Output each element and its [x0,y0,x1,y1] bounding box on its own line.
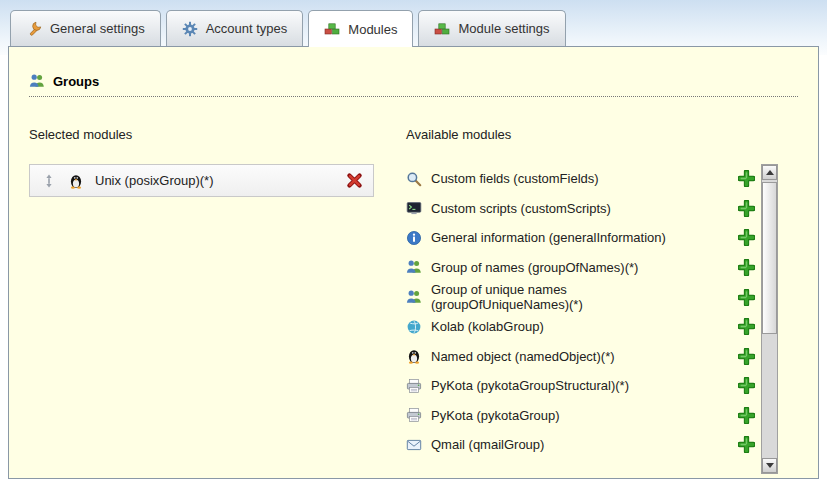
available-module-row: Qmail (qmailGroup) [406,430,755,460]
available-modules-list: Custom fields (customFields) Custom scri… [406,164,755,474]
available-module-row: Custom scripts (customScripts) [406,194,755,224]
lam-configuration-page: General settings Account types Modules M… [0,0,827,486]
group-icon [406,259,422,275]
available-module-label: Group of unique names (groupOfUniqueName… [431,282,703,312]
plus-icon [738,377,755,394]
modules-icon [324,21,340,37]
plus-icon [738,407,755,424]
modules-panel: Groups Selected modules Unix (posixGroup… [8,46,819,479]
mail-icon [406,437,422,453]
printer-icon [406,378,422,394]
section-title: Groups [29,73,798,97]
available-modules-list-wrap: Custom fields (customFields) Custom scri… [406,164,798,474]
triangle-down-icon [766,463,774,468]
add-module-button[interactable] [738,229,755,246]
add-module-button[interactable] [738,348,755,365]
available-module-row: General information (generalInformation) [406,223,755,253]
drag-handle-icon[interactable] [40,172,57,189]
plus-icon [738,318,755,335]
available-modules-heading: Available modules [406,127,798,142]
modules-icon [434,21,450,37]
tab-account-types[interactable]: Account types [166,10,304,46]
section-title-text: Groups [53,74,99,89]
add-module-button[interactable] [738,170,755,187]
available-module-label: PyKota (pykotaGroup) [431,408,703,423]
plus-icon [738,170,755,187]
tab-label: Module settings [458,21,549,36]
scrollbar-thumb[interactable] [762,182,777,334]
available-module-row: Named object (namedObject)(*) [406,342,755,372]
tab-modules[interactable]: Modules [308,10,413,47]
tab-general-settings[interactable]: General settings [10,10,161,46]
kolab-icon [406,319,422,335]
selected-modules-column: Selected modules Unix (posixGroup)(*) [29,127,406,474]
tab-label: General settings [50,21,145,36]
selected-modules-heading: Selected modules [29,127,406,142]
tab-label: Account types [206,21,288,36]
gear-icon [182,21,198,37]
available-module-label: PyKota (pykotaGroupStructural)(*) [431,378,703,393]
tab-label: Modules [348,22,397,37]
selected-module-row[interactable]: Unix (posixGroup)(*) [29,164,374,197]
plus-icon [738,259,755,276]
delete-x-icon [346,172,363,189]
available-module-row: PyKota (pykotaGroupStructural)(*) [406,371,755,401]
plus-icon [738,289,755,306]
add-module-button[interactable] [738,436,755,453]
scroll-up-button[interactable] [762,165,777,180]
magnifier-icon [406,171,422,187]
available-module-label: Custom fields (customFields) [431,171,703,186]
available-module-row: Kolab (kolabGroup) [406,312,755,342]
add-module-button[interactable] [738,318,755,335]
plus-icon [738,200,755,217]
plus-icon [738,348,755,365]
available-module-label: Named object (namedObject)(*) [431,349,703,364]
available-module-row: PyKota (pykotaGroup) [406,401,755,431]
available-module-label: Kolab (kolabGroup) [431,319,703,334]
available-module-label: General information (generalInformation) [431,230,703,245]
available-modules-column: Available modules Custom fields (customF… [406,127,798,474]
scrollbar[interactable] [761,164,778,474]
available-module-label: Custom scripts (customScripts) [431,201,703,216]
add-module-button[interactable] [738,377,755,394]
add-module-button[interactable] [738,289,755,306]
tux-icon [406,348,422,364]
plus-icon [738,229,755,246]
available-module-row: Group of unique names (groupOfUniqueName… [406,282,755,312]
add-module-button[interactable] [738,259,755,276]
module-columns: Selected modules Unix (posixGroup)(*) Av… [29,127,798,474]
printer-icon [406,407,422,423]
add-module-button[interactable] [738,407,755,424]
group-icon [29,73,45,89]
available-module-label: Group of names (groupOfNames)(*) [431,260,703,275]
selected-module-label: Unix (posixGroup)(*) [95,173,335,188]
tux-icon [68,173,84,189]
remove-module-button[interactable] [346,172,363,189]
info-icon [406,230,422,246]
terminal-icon [406,200,422,216]
tab-module-settings[interactable]: Module settings [418,10,565,46]
available-module-row: Group of names (groupOfNames)(*) [406,253,755,283]
add-module-button[interactable] [738,200,755,217]
scroll-down-button[interactable] [762,458,777,473]
group-icon [406,289,422,305]
triangle-up-icon [766,170,774,175]
available-module-row: Custom fields (customFields) [406,164,755,194]
tools-icon [26,21,42,37]
tab-bar: General settings Account types Modules M… [10,10,566,46]
plus-icon [738,436,755,453]
available-module-label: Qmail (qmailGroup) [431,437,703,452]
